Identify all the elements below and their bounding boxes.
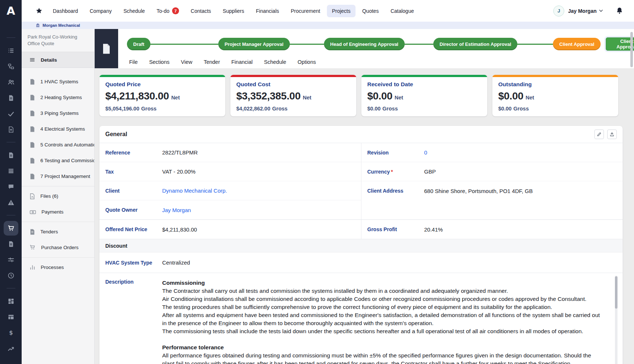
nav-item-financials[interactable]: Financials (251, 5, 284, 17)
sidebar-section-project-management[interactable]: 7 Project Management (22, 168, 94, 184)
quote-document-tab[interactable] (95, 29, 118, 68)
sidebar-section-testing-commissioning[interactable]: 6 Testing and Commissioning (22, 153, 94, 168)
users-icon[interactable] (4, 74, 18, 90)
table-icon[interactable] (4, 309, 18, 325)
sidebar-item-label: Files (6) (40, 193, 58, 199)
menu-file[interactable]: File (129, 59, 138, 65)
menu-tender[interactable]: Tender (204, 59, 220, 65)
sidebar-section-hvac-systems[interactable]: 1 HVAC Systems (22, 74, 94, 90)
sidebar-item-purchase-orders[interactable]: Purchase Orders (22, 240, 94, 255)
menu-schedule[interactable]: Schedule (264, 59, 286, 65)
favorites-star-icon[interactable] (36, 7, 43, 14)
quote-owner-link[interactable]: Jay Morgan (162, 207, 191, 213)
sidebar-item-details[interactable]: Details (22, 52, 94, 68)
kpi-gross-suffix: Gross (382, 106, 398, 112)
user-name[interactable]: Jay Morgan (568, 8, 597, 14)
chat-icon[interactable] (4, 179, 18, 194)
check-icon[interactable] (4, 106, 18, 121)
nav-item-projects[interactable]: Projects (327, 5, 356, 17)
field-label: HVAC System Type (105, 260, 162, 266)
revision-link[interactable]: 0 (424, 149, 427, 156)
avatar[interactable]: J (553, 6, 564, 17)
sliders-icon[interactable] (4, 252, 18, 267)
description-text: Commissioning The Contractor shall carry… (162, 279, 617, 364)
page-scrollbar[interactable] (630, 32, 633, 67)
menu-sections[interactable]: Sections (149, 59, 170, 65)
sidebar-section-heating-systems[interactable]: 2 Heating Systems (22, 90, 94, 105)
file-text-icon[interactable] (4, 147, 18, 163)
kpi-amount: $3,352,385.00 (236, 90, 300, 102)
field-label: Client Address (367, 188, 424, 194)
step-project-manager-approval[interactable]: Project Manager Approval (218, 38, 290, 50)
sidebar-section-electrical-systems[interactable]: 4 Electrical Systems (22, 121, 94, 137)
clock-icon[interactable] (4, 267, 18, 283)
nav-item-quotes[interactable]: Quotes (357, 5, 384, 17)
cart-icon[interactable] (4, 221, 18, 236)
quote-title: Park Royal Co-Working Office Quote (22, 29, 94, 50)
description-line: Air Conditioning installations shall be … (162, 295, 603, 303)
nav-item-schedule[interactable]: Schedule (118, 5, 150, 17)
breadcrumb-company[interactable]: Morgan Mechanical (43, 23, 80, 28)
app-logo[interactable]: A (0, 0, 22, 22)
nav-item-company[interactable]: Company (85, 5, 117, 17)
menu-financial[interactable]: Financial (232, 59, 253, 65)
step-draft[interactable]: Draft (127, 38, 150, 50)
export-button[interactable] (607, 130, 617, 139)
nav-item-catalogue[interactable]: Catalogue (385, 5, 419, 17)
todo-count-badge: 7 (172, 7, 179, 14)
kpi-gross-amount: $4,022,862.00 (236, 106, 270, 112)
kpi-quoted-cost: Quoted Cost $3,352,385.00Net $4,022,862.… (230, 75, 356, 116)
sidebar-item-tenders[interactable]: Tenders (22, 224, 94, 240)
sidebar-item-label: 1 HVAC Systems (40, 79, 78, 84)
menu-options[interactable]: Options (298, 59, 316, 65)
document-icon[interactable] (4, 90, 18, 106)
dollar-icon[interactable]: $ (4, 325, 18, 341)
edit-button[interactable] (594, 130, 604, 139)
description-line: The Contractor shall carry out all tests… (162, 287, 603, 295)
description-scrollbar-thumb[interactable] (615, 276, 617, 309)
sidebar-item-processes[interactable]: Processes (22, 259, 94, 275)
hierarchy-icon[interactable] (4, 58, 18, 74)
client-approval-button[interactable]: Client Approval (606, 37, 634, 51)
rows-icon[interactable] (4, 163, 18, 179)
sidebar-divider (22, 186, 94, 186)
general-panel: General Reference 2822/TL8PMR Tax VAT - … (99, 126, 623, 364)
client-link[interactable]: Dynamo Mechanical Corp. (162, 188, 227, 194)
nav-item-contacts[interactable]: Contacts (186, 5, 216, 17)
nav-item-suppliers[interactable]: Suppliers (218, 5, 249, 17)
sidebar-section-piping-systems[interactable]: 3 Piping Systems (22, 105, 94, 121)
field-value: 680 Shine Shore, Portsmouth, PO1 4DF, GB (424, 188, 533, 194)
cart-icon (30, 245, 36, 250)
description-line: The testing procedures shall be sufficie… (162, 303, 603, 311)
trend-icon[interactable] (4, 341, 18, 356)
nav-item-todo[interactable]: To-do7 (152, 4, 184, 18)
field-currency: Currency* GBP (361, 162, 623, 181)
sidebar-item-payments[interactable]: Payments (22, 204, 94, 220)
kpi-title: Received to Date (367, 81, 481, 88)
file-upload-icon[interactable] (4, 121, 18, 137)
nav-label: Contacts (191, 8, 211, 14)
step-director-of-estimation-approval[interactable]: Director of Estimation Approval (433, 38, 517, 50)
field-value: VAT - 20.00% (162, 168, 196, 175)
field-label: Client (105, 188, 162, 194)
step-client-approval[interactable]: Client Approval (553, 38, 601, 50)
file-icon[interactable] (4, 236, 18, 252)
nav-label: Financials (256, 8, 279, 14)
sidebar-section-controls-automation[interactable]: 5 Controls and Automation (22, 137, 94, 153)
notifications-bell-icon[interactable] (616, 7, 623, 15)
grid-icon[interactable] (4, 293, 18, 309)
warning-icon[interactable] (4, 194, 18, 210)
nav-label: Schedule (123, 8, 145, 14)
nav-item-dashboard[interactable]: Dashboard (48, 5, 83, 17)
nav-label: Quotes (362, 8, 379, 14)
menu-view[interactable]: View (181, 59, 192, 65)
list-icon[interactable] (4, 43, 18, 58)
kpi-quoted-price: Quoted Price $4,211,830.00Net $5,054,196… (99, 75, 225, 116)
nav-item-procurement[interactable]: Procurement (286, 5, 325, 17)
sidebar-item-files[interactable]: Files (6) (22, 188, 94, 204)
field-value: 2822/TL8PMR (162, 149, 198, 156)
step-head-of-engineering-approval[interactable]: Head of Engineering Approval (324, 38, 405, 50)
user-menu[interactable]: J Jay Morgan (553, 6, 634, 17)
nav-label: Projects (332, 8, 351, 14)
description-scrollbar[interactable] (615, 276, 617, 364)
